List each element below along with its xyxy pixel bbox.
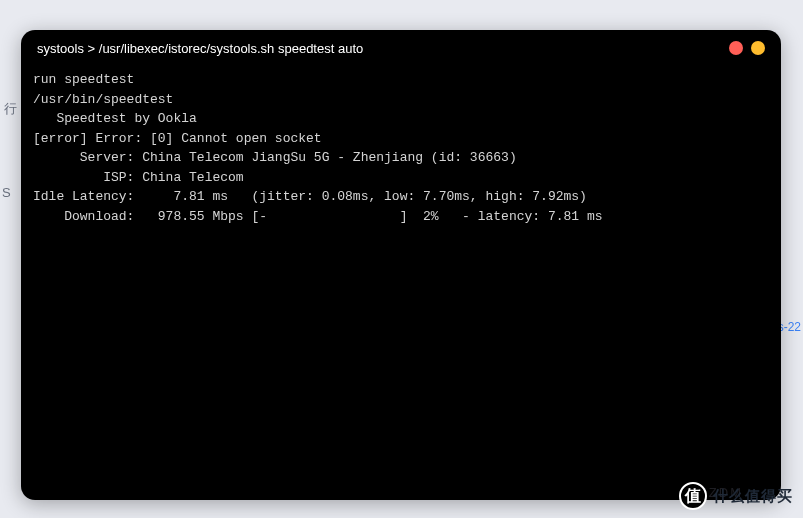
output-line: [error] Error: [0] Cannot open socket <box>33 129 769 149</box>
background-text: S <box>2 185 11 200</box>
output-line: Download: 978.55 Mbps [- ] 2% - latency:… <box>33 207 769 227</box>
watermark-text: 什么值得买 <box>713 487 793 506</box>
output-line: run speedtest <box>33 70 769 90</box>
close-icon[interactable] <box>729 41 743 55</box>
window-controls <box>729 41 765 55</box>
watermark: 值 什么值得买 <box>679 482 793 510</box>
background-text: 行 <box>4 100 17 118</box>
watermark-icon: 值 <box>679 482 707 510</box>
terminal-titlebar: systools > /usr/libexec/istorec/systools… <box>21 30 781 66</box>
output-line: /usr/bin/speedtest <box>33 90 769 110</box>
output-line: ISP: China Telecom <box>33 168 769 188</box>
minimize-icon[interactable] <box>751 41 765 55</box>
output-line: Server: China Telecom JiangSu 5G - Zhenj… <box>33 148 769 168</box>
terminal-window: systools > /usr/libexec/istorec/systools… <box>21 30 781 500</box>
terminal-output: run speedtest/usr/bin/speedtest Speedtes… <box>21 66 781 230</box>
terminal-title: systools > /usr/libexec/istorec/systools… <box>37 41 363 56</box>
background-link: s-22 <box>778 320 801 334</box>
output-line: Speedtest by Ookla <box>33 109 769 129</box>
output-line: Idle Latency: 7.81 ms (jitter: 0.08ms, l… <box>33 187 769 207</box>
